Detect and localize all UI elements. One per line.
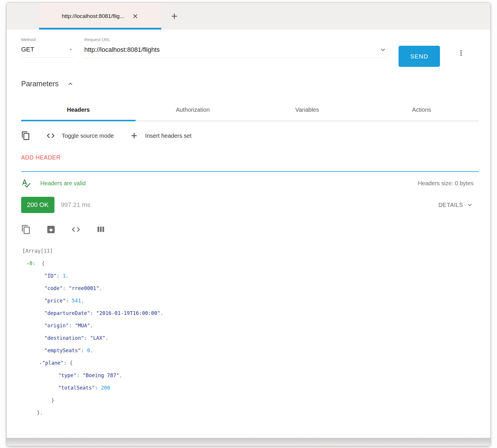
parameters-toggle[interactable]: Parameters	[21, 80, 479, 88]
json-token-c: ,	[119, 372, 123, 378]
json-token-p: :	[63, 285, 69, 291]
code-icon	[46, 131, 55, 140]
headers-size-text: Headers size: 0 bytes	[418, 180, 474, 187]
json-line: },	[21, 407, 479, 419]
json-line: "origin": "MUA",	[21, 320, 479, 332]
plus-icon	[129, 131, 139, 140]
json-token-c: ,	[99, 285, 103, 291]
copy-icon[interactable]	[21, 131, 30, 140]
json-token-c: ,	[160, 310, 163, 316]
json-token-s: "MUA"	[75, 323, 90, 328]
copy-response-icon[interactable]	[21, 225, 31, 234]
toggle-source-mode-label: Toggle source mode	[62, 133, 114, 139]
insert-headers-set-button[interactable]: Insert headers set	[129, 131, 191, 140]
json-token-s: "LAX"	[90, 335, 105, 341]
json-line: [Array[11]	[21, 245, 479, 257]
save-response-icon[interactable]	[46, 225, 56, 234]
method-dropdown-icon[interactable]	[67, 46, 74, 53]
more-options-icon[interactable]	[457, 49, 465, 57]
url-value: http://localhost:8081/flights	[84, 46, 160, 54]
response-toolbar	[21, 225, 479, 234]
add-header-button[interactable]: ADD HEADER	[21, 154, 61, 161]
json-line: -0: {	[21, 257, 479, 270]
plus-icon	[170, 12, 179, 21]
json-token-p: }	[51, 397, 54, 403]
tab-variables[interactable]: Variables	[250, 100, 364, 121]
json-line: "code": "rree0001",	[21, 282, 479, 295]
json-token-s: "2016-01-19T16:00:00"	[96, 310, 160, 316]
json-token-c: ,	[81, 298, 84, 304]
json-token-p: :	[95, 385, 101, 391]
json-token-p: [	[22, 248, 25, 254]
url-expand-icon[interactable]	[379, 46, 387, 54]
collapse-toggle[interactable]: -	[39, 360, 42, 366]
json-token-p: {	[36, 260, 45, 266]
tab-headers[interactable]: Headers	[21, 100, 136, 121]
json-token-p: :	[84, 335, 90, 341]
source-view-icon[interactable]	[71, 225, 81, 234]
json-token-p: :	[81, 348, 87, 353]
json-token-meta: Array[11]	[25, 248, 53, 254]
method-select[interactable]: Method GET	[21, 37, 74, 58]
json-token-k: "code"	[44, 285, 63, 291]
details-label: DETAILS	[438, 202, 463, 208]
request-tab-title: http://localhost:8081/flig...	[62, 13, 124, 19]
response-time: 997.21 ms	[61, 201, 91, 209]
json-token-p: :	[90, 310, 96, 316]
headers-valid-message: Headers are valid	[40, 180, 86, 187]
json-line: "ID": 1,	[21, 270, 479, 282]
spellcheck-icon	[21, 178, 31, 188]
json-token-idx: 0:	[30, 260, 36, 266]
json-line: -"plane": {	[21, 357, 479, 369]
json-token-c: ,	[66, 273, 69, 279]
json-token-p: :	[56, 273, 63, 279]
method-label: Method	[21, 37, 74, 42]
parameter-tabs: Headers Authorization Variables Actions	[21, 100, 479, 121]
json-token-n: 200	[101, 385, 110, 391]
json-token-p: :	[69, 323, 75, 328]
url-label: Request URL	[84, 37, 387, 42]
json-token-n: 0	[87, 348, 90, 353]
chevron-down-icon	[466, 201, 474, 209]
json-token-n: 541	[72, 298, 81, 304]
json-token-s: "Boeing 787"	[83, 372, 119, 378]
request-tab[interactable]: http://localhost:8081/flig...	[39, 3, 161, 30]
response-status-row: 200 OK 997.21 ms DETAILS	[21, 197, 479, 213]
json-line: "totalSeats": 200	[21, 382, 479, 394]
toggle-source-mode-button[interactable]: Toggle source mode	[46, 131, 114, 140]
status-badge: 200 OK	[21, 197, 54, 213]
window-bottom-shadow	[7, 438, 490, 446]
method-value: GET	[21, 46, 34, 53]
json-token-p: :	[63, 360, 70, 366]
collapse-toggle[interactable]: -	[26, 260, 30, 266]
tab-authorization[interactable]: Authorization	[136, 100, 250, 121]
json-token-n: 1	[63, 273, 66, 279]
json-line: "type": "Boeing 787",	[21, 369, 479, 382]
app-window: http://localhost:8081/flig... Method GET	[6, 2, 491, 446]
json-line: "destination": "LAX",	[21, 332, 479, 344]
tab-actions[interactable]: Actions	[364, 100, 479, 121]
json-line: "departureDate": "2016-01-19T16:00:00",	[21, 307, 479, 320]
columns-view-icon[interactable]	[96, 225, 106, 234]
json-token-k: "ID"	[44, 273, 56, 279]
send-button[interactable]: SEND	[399, 46, 440, 67]
insert-headers-set-label: Insert headers set	[145, 133, 191, 139]
url-input[interactable]: Request URL http://localhost:8081/flight…	[84, 37, 387, 58]
json-token-k: "totalSeats"	[58, 385, 95, 391]
response-json-viewer: [Array[11]-0: {"ID": 1,"code": "rree0001…	[21, 245, 479, 419]
json-token-c: ,	[90, 348, 93, 353]
json-token-c: ,	[90, 323, 93, 328]
json-token-c: ,	[40, 410, 43, 416]
new-tab-button[interactable]	[161, 3, 187, 30]
json-token-k: "destination"	[44, 335, 84, 341]
parameters-title: Parameters	[21, 80, 59, 88]
request-editor: Method GET Request URL http://localhost:…	[21, 37, 479, 67]
close-tab-icon[interactable]	[132, 13, 139, 20]
json-token-p: {	[70, 360, 73, 366]
active-tab-indicator	[39, 28, 161, 30]
json-token-k: "plane"	[42, 360, 64, 366]
json-token-k: "price"	[44, 298, 66, 304]
details-button[interactable]: DETAILS	[438, 201, 474, 209]
section-divider	[21, 171, 479, 172]
json-token-s: "rree0001"	[69, 285, 99, 291]
